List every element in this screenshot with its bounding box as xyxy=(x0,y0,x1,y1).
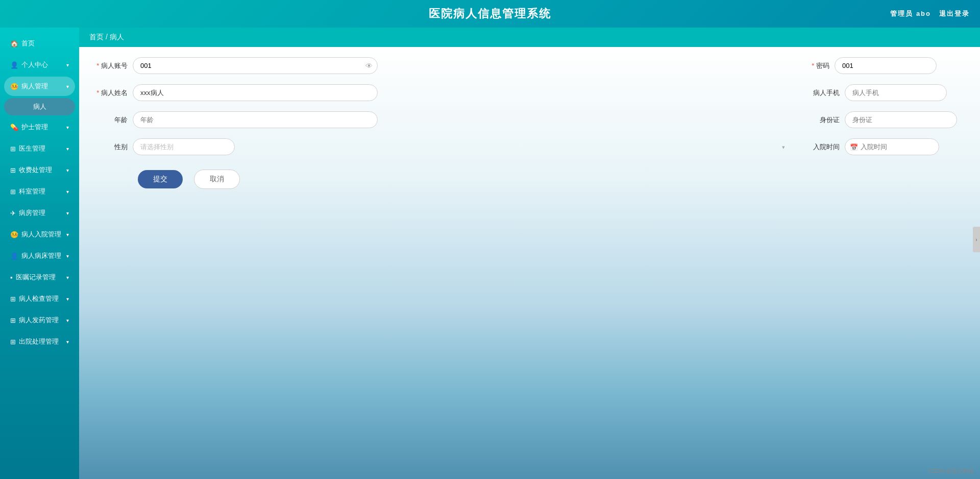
chevron-down-icon-4: ▾ xyxy=(66,146,69,152)
chevron-down-icon-9: ▾ xyxy=(66,253,69,259)
sidebar-label-patient: 病人 xyxy=(33,103,46,110)
nurse-icon: 💊 xyxy=(10,124,18,131)
bed-icon: 👤 xyxy=(10,252,18,260)
sidebar-item-admission[interactable]: 🤒 病人入院管理 ▾ xyxy=(4,225,75,244)
header-right: 管理员 abo 退出登录 xyxy=(890,9,970,18)
chevron-down-icon-13: ▾ xyxy=(66,339,69,345)
eye-icon[interactable]: 👁 xyxy=(365,62,373,70)
id-label: 身份证 xyxy=(812,115,845,125)
sidebar-label-dept: 科室管理 xyxy=(19,187,45,196)
admin-label: 管理员 abo xyxy=(890,9,931,18)
sidebar-label-personal: 个人中心 xyxy=(21,60,48,69)
chevron-down-icon-10: ▾ xyxy=(66,275,69,280)
sidebar-label-discharge: 出院处理管理 xyxy=(19,337,59,346)
admission-icon: 🤒 xyxy=(10,231,18,238)
drug-icon: ⊞ xyxy=(10,317,16,324)
chevron-down-icon-7: ▾ xyxy=(66,210,69,216)
sidebar-item-patient-mgmt[interactable]: 🤒 病人管理 ▾ xyxy=(4,77,75,96)
right-collapse-handle[interactable]: › xyxy=(973,227,980,252)
gender-select[interactable]: 请选择性别 男 女 xyxy=(133,138,235,155)
sidebar-label-admission: 病人入院管理 xyxy=(21,230,61,239)
age-input[interactable] xyxy=(133,111,378,128)
chevron-down-icon-gender: ▾ xyxy=(782,143,785,150)
watermark-text: CSDN @信义科技 xyxy=(928,467,974,475)
breadcrumb-separator: / xyxy=(106,33,108,41)
sidebar-item-doctor[interactable]: ⊞ 医生管理 ▾ xyxy=(4,139,75,158)
sidebar-item-fee[interactable]: ⊞ 收费处管理 ▾ xyxy=(4,160,75,180)
age-label: 年龄 xyxy=(94,115,133,125)
chevron-down-icon-12: ▾ xyxy=(66,318,69,323)
content-area: 首页 / 病人 病人账号 👁 密码 xyxy=(79,28,980,479)
header: 医院病人信息管理系统 管理员 abo 退出登录 xyxy=(0,0,980,28)
sidebar-label-bed: 病人病床管理 xyxy=(21,251,61,260)
chevron-down-icon-8: ▾ xyxy=(66,232,69,237)
record-icon: ▪ xyxy=(10,274,13,281)
id-input[interactable] xyxy=(845,111,957,128)
chevron-down-icon-3: ▾ xyxy=(66,125,69,130)
sidebar-sub-item-patient[interactable]: 病人 xyxy=(4,98,75,115)
sidebar-label-exam: 病人检查管理 xyxy=(19,294,59,303)
doctor-icon: ⊞ xyxy=(10,145,16,153)
sidebar-label-doctor: 医生管理 xyxy=(19,144,45,153)
sidebar-item-personal[interactable]: 👤 个人中心 ▾ xyxy=(4,55,75,75)
breadcrumb-current: 病人 xyxy=(110,33,124,41)
sidebar-item-home[interactable]: 🏠 首页 xyxy=(4,34,75,53)
fee-icon: ⊞ xyxy=(10,166,16,174)
admit-time-input[interactable] xyxy=(845,138,939,155)
cancel-button[interactable]: 取消 xyxy=(194,170,240,189)
gender-label: 性别 xyxy=(94,142,133,152)
home-icon: 🏠 xyxy=(10,40,18,47)
breadcrumb: 首页 / 病人 xyxy=(79,28,980,47)
sidebar-label-fee: 收费处管理 xyxy=(19,165,52,175)
account-label: 病人账号 xyxy=(94,61,133,70)
sidebar-item-record[interactable]: ▪ 医嘱记录管理 ▾ xyxy=(4,268,75,287)
button-row: 提交 取消 xyxy=(138,170,965,189)
sidebar-label-patient-mgmt: 病人管理 xyxy=(21,82,48,91)
sidebar-label-ward: 病房管理 xyxy=(19,208,45,218)
account-input[interactable] xyxy=(133,57,378,74)
sidebar-item-dept[interactable]: ⊞ 科室管理 ▾ xyxy=(4,182,75,201)
admit-time-label: 入院时间 xyxy=(812,142,845,152)
sidebar-label-home: 首页 xyxy=(21,39,35,48)
patient-mgmt-icon: 🤒 xyxy=(10,83,18,90)
sidebar-item-ward[interactable]: ✈ 病房管理 ▾ xyxy=(4,203,75,223)
chevron-down-icon: ▾ xyxy=(66,62,69,68)
sidebar-label-nurse: 护士管理 xyxy=(21,123,48,132)
password-input[interactable] xyxy=(835,57,937,74)
exam-icon: ⊞ xyxy=(10,295,16,303)
chevron-right-icon: › xyxy=(975,237,977,243)
sidebar-item-discharge[interactable]: ⊞ 出院处理管理 ▾ xyxy=(4,332,75,351)
breadcrumb-home[interactable]: 首页 xyxy=(89,33,104,41)
phone-input[interactable] xyxy=(845,84,947,101)
name-label: 病人姓名 xyxy=(94,88,133,98)
logout-button[interactable]: 退出登录 xyxy=(939,9,970,18)
personal-icon: 👤 xyxy=(10,61,18,69)
form-area: 病人账号 👁 密码 病人姓名 xyxy=(79,47,980,479)
sidebar-item-drug[interactable]: ⊞ 病人发药管理 ▾ xyxy=(4,310,75,330)
password-label: 密码 xyxy=(812,61,835,70)
chevron-down-icon-5: ▾ xyxy=(66,167,69,173)
sidebar-label-drug: 病人发药管理 xyxy=(19,316,59,325)
dept-icon: ⊞ xyxy=(10,188,16,196)
chevron-down-icon-6: ▾ xyxy=(66,189,69,195)
ward-icon: ✈ xyxy=(10,209,16,217)
sidebar-item-bed[interactable]: 👤 病人病床管理 ▾ xyxy=(4,246,75,266)
phone-label: 病人手机 xyxy=(812,88,845,98)
discharge-icon: ⊞ xyxy=(10,338,16,346)
name-input[interactable] xyxy=(133,84,378,101)
watermark: CSDN @信义科技 xyxy=(928,467,974,475)
chevron-down-icon-2: ▾ xyxy=(66,84,69,89)
sidebar-item-exam[interactable]: ⊞ 病人检查管理 ▾ xyxy=(4,289,75,308)
chevron-down-icon-11: ▾ xyxy=(66,296,69,302)
sidebar: 🏠 首页 👤 个人中心 ▾ 🤒 病人管理 ▾ 病人 💊 xyxy=(0,28,79,479)
header-title: 医院病人信息管理系统 xyxy=(429,7,551,20)
sidebar-item-nurse[interactable]: 💊 护士管理 ▾ xyxy=(4,117,75,137)
submit-button[interactable]: 提交 xyxy=(138,170,183,188)
sidebar-label-record: 医嘱记录管理 xyxy=(16,273,56,282)
